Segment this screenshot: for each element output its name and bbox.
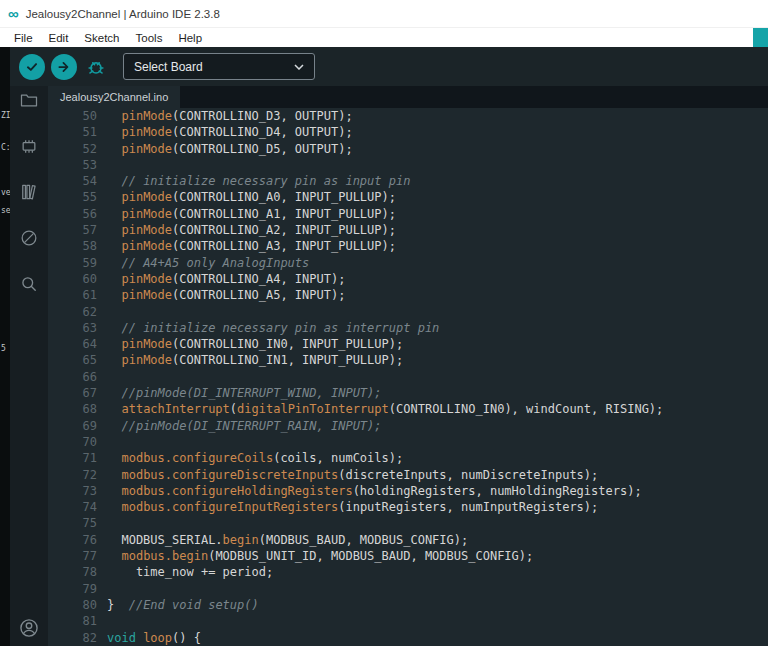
menubar: FileEditSketchToolsHelp [0,28,768,47]
code-line[interactable]: 58 pinMode(CONTROLLINO_A3, INPUT_PULLUP)… [48,238,768,254]
sidebar-item-search[interactable] [17,272,41,296]
code-line[interactable]: 73 modbus.configureHoldingRegisters(hold… [48,483,768,499]
tab-label: Jealousy2Channel.ino [60,91,168,103]
tab-jealousy2channel-ino[interactable]: Jealousy2Channel.ino [48,86,180,108]
menu-help[interactable]: Help [170,32,210,44]
code-line[interactable]: 66 [48,369,768,385]
chevron-down-icon [294,64,304,70]
code-line[interactable]: 79 [48,581,768,597]
line-number: 67 [48,385,97,401]
line-number: 59 [48,255,97,271]
line-number: 71 [48,450,97,466]
line-number: 81 [48,613,97,629]
line-number: 63 [48,320,97,336]
activity-sidebar [10,86,48,646]
code-line[interactable]: 74 modbus.configureInputRegisters(inputR… [48,499,768,515]
menu-tools[interactable]: Tools [128,32,171,44]
code-line[interactable]: 61 pinMode(CONTROLLINO_A5, INPUT); [48,287,768,303]
line-number: 60 [48,271,97,287]
debug-circle-slash-icon [19,228,39,248]
code-line[interactable]: 56 pinMode(CONTROLLINO_A1, INPUT_PULLUP)… [48,206,768,222]
code-text: pinMode(CONTROLLINO_A4, INPUT); [107,271,345,287]
code-line[interactable]: 81 [48,613,768,629]
code-text: pinMode(CONTROLLINO_A1, INPUT_PULLUP); [107,206,396,222]
upload-button[interactable] [51,54,77,80]
code-line[interactable]: 80} //End void setup() [48,597,768,613]
sidebar-item-sketchbook[interactable] [17,88,41,112]
code-line[interactable]: 77 modbus.begin(MODBUS_UNIT_ID, MODBUS_B… [48,548,768,564]
line-number: 51 [48,124,97,140]
line-number: 75 [48,515,97,531]
check-icon [25,60,39,74]
boards-manager-chip-icon [19,136,39,156]
code-line[interactable]: 75 [48,515,768,531]
code-text: pinMode(CONTROLLINO_D5, OUTPUT); [107,141,353,157]
sidebar-item-boards-manager[interactable] [17,134,41,158]
board-selector-dropdown[interactable]: Select Board [123,53,315,80]
line-number: 65 [48,352,97,368]
line-number: 80 [48,597,97,613]
code-line[interactable]: 64 pinMode(CONTROLLINO_IN0, INPUT_PULLUP… [48,336,768,352]
code-line[interactable]: 57 pinMode(CONTROLLINO_A2, INPUT_PULLUP)… [48,222,768,238]
line-number: 56 [48,206,97,222]
titlebar: ∞ Jealousy2Channel | Arduino IDE 2.3.8 [0,0,768,28]
line-number: 79 [48,581,97,597]
sidebar-item-library-manager[interactable] [17,180,41,204]
code-line[interactable]: 62 [48,304,768,320]
menu-sketch[interactable]: Sketch [76,32,127,44]
account-icon [18,617,40,639]
sidebar-item-debug[interactable] [17,226,41,250]
code-line[interactable]: 70 [48,434,768,450]
verify-button[interactable] [19,54,45,80]
menu-edit[interactable]: Edit [41,32,77,44]
code-area: 50 pinMode(CONTROLLINO_D3, OUTPUT);51 pi… [48,108,768,646]
code-line[interactable]: 50 pinMode(CONTROLLINO_D3, OUTPUT); [48,108,768,124]
code-line[interactable]: 67 //pinMode(DI_INTERRUPT_WIND, INPUT); [48,385,768,401]
code-line[interactable]: 68 attachInterrupt(digitalPinToInterrupt… [48,401,768,417]
code-editor[interactable]: 50 pinMode(CONTROLLINO_D3, OUTPUT);51 pi… [48,108,768,646]
code-text: modbus.configureCoils(coils, numCoils); [107,450,403,466]
background-window-teal-edge [753,28,768,47]
code-text: pinMode(CONTROLLINO_A0, INPUT_PULLUP); [107,189,396,205]
line-number: 57 [48,222,97,238]
code-line[interactable]: 65 pinMode(CONTROLLINO_IN1, INPUT_PULLUP… [48,352,768,368]
line-number: 73 [48,483,97,499]
code-text: //pinMode(DI_INTERRUPT_WIND, INPUT); [107,385,382,401]
line-number: 74 [48,499,97,515]
code-text: void loop() { [107,630,201,646]
code-line[interactable]: 71 modbus.configureCoils(coils, numCoils… [48,450,768,466]
code-line[interactable]: 59 // A4+A5 only AnalogInputs [48,255,768,271]
sidebar-item-account[interactable] [17,616,41,640]
line-number: 64 [48,336,97,352]
code-line[interactable]: 60 pinMode(CONTROLLINO_A4, INPUT); [48,271,768,287]
code-line[interactable]: 82void loop() { [48,630,768,646]
background-text-fragment: 5 [1,344,6,353]
code-line[interactable]: 54 // initialize necessary pin as input … [48,173,768,189]
code-line[interactable]: 76 MODBUS_SERIAL.begin(MODBUS_BAUD, MODB… [48,532,768,548]
menu-file[interactable]: File [6,32,41,44]
background-text-fragment: ZIM [1,111,10,120]
code-text: // initialize necessary pin as interrupt… [107,320,439,336]
line-number: 76 [48,532,97,548]
code-line[interactable]: 69 //pinMode(DI_INTERRUPT_RAIN, INPUT); [48,418,768,434]
arduino-logo-icon: ∞ [8,6,19,21]
code-line[interactable]: 55 pinMode(CONTROLLINO_A0, INPUT_PULLUP)… [48,189,768,205]
toolbar: Select Board [10,47,768,86]
code-text: } //End void setup() [107,597,259,613]
line-number: 77 [48,548,97,564]
code-text: pinMode(CONTROLLINO_A3, INPUT_PULLUP); [107,238,396,254]
code-text: pinMode(CONTROLLINO_D3, OUTPUT); [107,108,353,124]
code-text: //pinMode(DI_INTERRUPT_RAIN, INPUT); [107,418,382,434]
code-line[interactable]: 72 modbus.configureDiscreteInputs(discre… [48,467,768,483]
debug-button[interactable] [83,54,109,80]
arduino-ide-window: ∞ Jealousy2Channel | Arduino IDE 2.3.8 F… [0,0,768,646]
code-line[interactable]: 52 pinMode(CONTROLLINO_D5, OUTPUT); [48,141,768,157]
line-number: 61 [48,287,97,303]
line-number: 53 [48,157,97,173]
code-line[interactable]: 51 pinMode(CONTROLLINO_D4, OUTPUT); [48,124,768,140]
code-text: pinMode(CONTROLLINO_A2, INPUT_PULLUP); [107,222,396,238]
code-line[interactable]: 63 // initialize necessary pin as interr… [48,320,768,336]
code-line[interactable]: 78 time_now += period; [48,564,768,580]
code-line[interactable]: 53 [48,157,768,173]
arrow-right-icon [57,60,71,74]
